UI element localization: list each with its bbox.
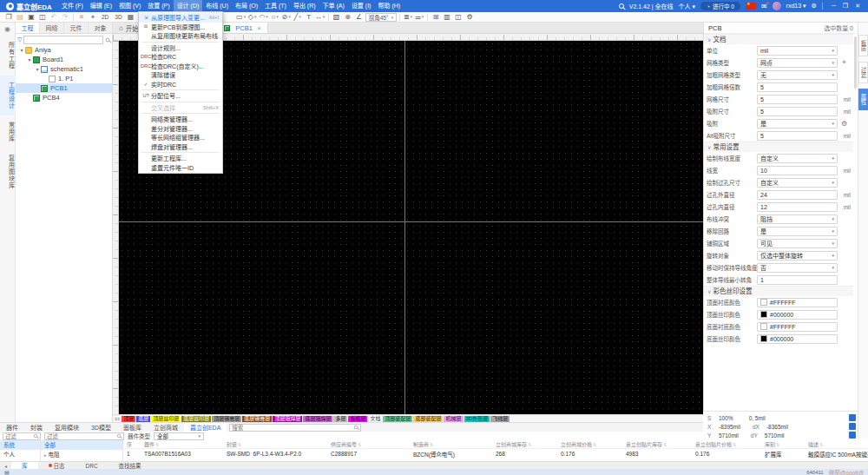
filter-icon[interactable]: ▽ — [17, 36, 22, 43]
tree-item-PCB4[interactable]: PCB4 — [16, 93, 112, 102]
class-item-全部[interactable]: 全部 — [41, 440, 122, 450]
layer-chip-顶部装配层[interactable]: 顶部装配层 — [383, 416, 412, 422]
library-search-input[interactable] — [232, 425, 353, 431]
property-field-过孔内直径[interactable]: 12 — [757, 202, 838, 212]
color-swatch[interactable] — [760, 335, 767, 342]
notification-icon[interactable]: ✉ — [761, 3, 767, 10]
new-file-icon[interactable]: ❐ — [3, 12, 14, 22]
search-icon[interactable] — [619, 3, 624, 9]
class-filter-input[interactable] — [47, 433, 116, 439]
rect-tool-icon[interactable]: ▭▾ — [236, 12, 247, 22]
expander-icon[interactable]: ▾ — [18, 47, 25, 53]
align-icon[interactable]: ≣▾ — [403, 12, 413, 22]
column-header-序[interactable]: 序 — [124, 440, 141, 448]
readout-button[interactable] — [849, 414, 856, 421]
property-field-网格类型[interactable]: 网点▾ — [757, 58, 838, 68]
menubar-item[interactable]: 布线 (U) — [202, 0, 232, 12]
layer-chip-文档[interactable]: 文档 — [368, 416, 382, 422]
measure-tool-icon[interactable]: ∠ — [354, 12, 365, 22]
property-field-顶面丝印颜色[interactable]: #000000 — [757, 310, 838, 320]
source-item-系统[interactable]: 系统 — [0, 440, 40, 450]
line-tool-icon[interactable]: ╱▾ — [293, 12, 303, 22]
library-tab-嘉立创EDA[interactable]: 嘉立创EDA — [184, 423, 227, 432]
tree-item-Board1[interactable]: ▾Board1 — [16, 55, 112, 64]
right-dock-tab-过滤[interactable]: 过滤 — [858, 62, 868, 83]
library-tab-复用模块[interactable]: 复用模块 — [49, 423, 85, 432]
column-header-立创商城价格[interactable]: 立创商城价格⇅ — [558, 440, 623, 448]
property-field-布线冲突[interactable]: 阻挡▾ — [757, 214, 838, 224]
layer-chip-底层丝印层[interactable]: 底层丝印层 — [181, 416, 211, 422]
distribute-icon[interactable]: ⚌▾ — [414, 12, 424, 22]
dimension-tool-icon[interactable]: ↔▾ — [315, 12, 326, 22]
circle-tool-icon[interactable]: ○▾ — [270, 12, 280, 22]
panel-tab-对象[interactable]: 对象 — [89, 23, 113, 33]
property-field-底面丝印颜色[interactable]: #000000 — [757, 334, 838, 344]
section-header-常用设置[interactable]: ∨常用设置 — [704, 142, 853, 152]
property-field-移动时保持导线角度[interactable]: 否▾ — [757, 263, 838, 273]
property-field-吸附[interactable]: 是▾ — [757, 119, 838, 129]
open-file-icon[interactable]: ▤ — [15, 12, 25, 22]
menu-item-焊盘对管理器[interactable]: 焊盘对管理器... — [139, 142, 222, 152]
source-filter-input[interactable] — [5, 433, 33, 439]
save-all-icon[interactable]: ◫ — [37, 12, 48, 22]
layer-chip-顶层阻焊层[interactable]: 顶层阻焊层 — [273, 416, 302, 422]
property-field-过孔外直径[interactable]: 24 — [757, 190, 838, 200]
menu-item-实时DRC[interactable]: ✓实时DRC — [139, 80, 222, 89]
collapse-panel-icon[interactable]: ◂ — [0, 463, 11, 469]
color-swatch[interactable] — [760, 299, 767, 306]
menubar-item[interactable]: 下单 (A) — [319, 0, 348, 12]
layer-settings-icon[interactable]: ⚏ — [115, 415, 120, 422]
layer-chip-多层[interactable]: 多层 — [333, 416, 347, 422]
menubar-item[interactable]: 布局 (O) — [232, 0, 261, 12]
right-dock-tab-属性[interactable]: 属性 — [858, 89, 868, 110]
column-header-描述[interactable]: 描述⇅ — [806, 440, 868, 448]
library-tab-立创商城[interactable]: 立创商城 — [148, 423, 184, 432]
column-header-嘉立创贴片价格[interactable]: 嘉立创贴片价格⇅ — [693, 440, 762, 448]
property-field-线宽[interactable]: 10 — [757, 166, 838, 175]
layer-chip-顶层[interactable]: 顶层 — [122, 416, 135, 422]
layer-chip-板框层[interactable]: 板框层 — [348, 416, 367, 422]
property-field-顶面衬底颜色[interactable]: #FFFFFF — [757, 298, 838, 307]
panel-tab-网络[interactable]: 网络 — [40, 23, 64, 33]
menubar-item[interactable]: 编辑 (E) — [87, 0, 115, 12]
menu-item-重置元件唯一ID[interactable]: 重置元件唯一ID — [139, 163, 222, 173]
layer-chip-顶层丝印层[interactable]: 顶层丝印层 — [151, 416, 181, 422]
tree-item-Aniya[interactable]: ▾Aniya — [16, 45, 112, 55]
menu-item-差分对管理器[interactable]: 差分对管理器... — [139, 124, 222, 134]
menu-item-清除错误[interactable]: 清除错误 — [139, 70, 222, 80]
tree-search-icon[interactable] — [106, 37, 110, 42]
property-field-绘制布线宽度[interactable]: 自定义▾ — [757, 154, 838, 163]
property-field-绘制过孔尺寸[interactable]: 自定义▾ — [757, 178, 838, 188]
expander-icon[interactable]: ▾ — [26, 56, 33, 63]
menu-item-从复用图块更新布局布线[interactable]: 从复用图块更新布局布线... — [139, 31, 222, 41]
view-2d-button[interactable]: 2D — [99, 13, 111, 21]
close-icon[interactable]: ✕ — [257, 25, 261, 31]
layer-chip-3D外形层[interactable]: 3D外形层 — [464, 416, 490, 422]
menubar-item[interactable]: 文件 (F) — [58, 0, 87, 12]
layer-chip-底层阻焊层[interactable]: 底层阻焊层 — [303, 416, 332, 422]
menubar-item[interactable]: 导出 (R) — [290, 0, 319, 12]
origin-tool-icon[interactable]: ⊕ — [343, 12, 353, 22]
library-tab-器件[interactable]: 器件 — [0, 423, 24, 432]
column-header-立创商城库存[interactable]: 立创商城库存⇅ — [493, 440, 558, 448]
column-header-器件[interactable]: 器件⇅ — [141, 440, 224, 448]
property-field-移除回路[interactable]: 是▾ — [757, 227, 838, 236]
property-field-整体导线最小转角[interactable]: 1 — [757, 275, 838, 285]
left-dock-tab-复用图块库[interactable]: 复用图块库 — [0, 148, 16, 195]
arc-tool-icon[interactable]: ◠▾ — [259, 12, 269, 22]
left-dock-tab-工程设计[interactable]: 工程设计 — [0, 76, 16, 115]
color-swatch[interactable] — [760, 323, 767, 330]
column-header-库别[interactable]: 库别⇅ — [762, 440, 806, 448]
save-icon[interactable]: ▣ — [26, 12, 36, 22]
pin-icon[interactable]: ◉ — [4, 23, 10, 36]
readout-button[interactable] — [849, 423, 856, 430]
column-header-制造商[interactable]: 制造商⇅ — [411, 440, 493, 448]
menubar-item[interactable]: 设置 (I) — [348, 0, 375, 12]
view-3d-button[interactable]: 3D — [112, 13, 124, 21]
image-tool-icon[interactable]: ▧ — [332, 12, 342, 22]
split-window-icon[interactable]: ◫ — [453, 12, 464, 22]
readout-button[interactable] — [849, 432, 856, 439]
property-field-加粗网格倍数[interactable]: 5 — [757, 82, 838, 92]
menubar-item[interactable]: 视图 (V) — [115, 0, 144, 12]
left-dock-tab-所有工程[interactable]: 所有工程 — [0, 36, 16, 76]
